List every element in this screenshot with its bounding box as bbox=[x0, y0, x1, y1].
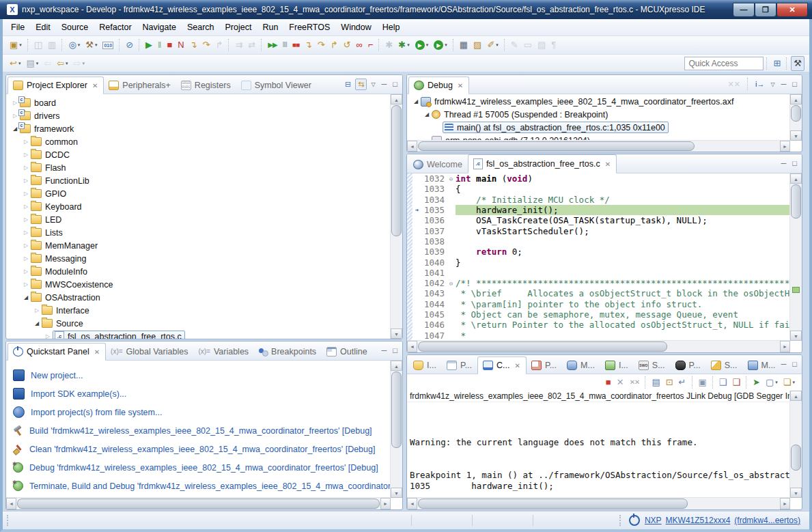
tab-i-[interactable]: I... bbox=[408, 357, 442, 374]
quickstart-link[interactable]: Debug 'frdmkw41z_wireless_examples_ieee_… bbox=[29, 463, 378, 473]
expand-arrow-icon[interactable]: ▷ bbox=[21, 191, 31, 197]
debug-tree-item[interactable]: main() at fsl_os_abstraction_free_rtos.c… bbox=[407, 121, 790, 134]
expand-arrow-icon[interactable]: ▷ bbox=[43, 333, 53, 339]
terminate-button[interactable]: ■ bbox=[165, 38, 174, 52]
device-link[interactable]: MKW41Z512xxx4 bbox=[666, 516, 731, 525]
view-menu-icon[interactable]: ▽ bbox=[369, 81, 377, 88]
close-tab-icon[interactable]: ✕ bbox=[94, 348, 100, 356]
scroll-lock-button[interactable]: ⊡ bbox=[664, 376, 675, 389]
quickstart-item[interactable]: Import project(s) from file system... bbox=[13, 403, 391, 421]
tree-item[interactable]: ▷Lists bbox=[6, 226, 391, 239]
terminate-all-button[interactable]: ■■ bbox=[290, 38, 301, 52]
quickstart-link[interactable]: New project... bbox=[31, 371, 83, 380]
menu-project[interactable]: Project bbox=[220, 20, 257, 34]
step-over-button[interactable]: ↷ bbox=[201, 38, 212, 52]
suspend-all-button[interactable]: ‖‖ bbox=[281, 38, 289, 52]
resume-all-button[interactable]: ▶▶ bbox=[266, 38, 279, 52]
develop-perspective-button[interactable]: ⚒ bbox=[791, 56, 804, 71]
close-tab-icon[interactable]: ✕ bbox=[515, 362, 520, 369]
maximize-icon[interactable]: □ bbox=[391, 346, 400, 355]
console-hscrollbar[interactable]: ◄► bbox=[407, 497, 790, 509]
expand-arrow-icon[interactable]: ▷ bbox=[21, 268, 31, 275]
pin-console-button[interactable]: ➤ bbox=[751, 376, 762, 389]
tab-p-[interactable]: P... bbox=[442, 357, 477, 374]
expand-arrow-icon[interactable]: ▷ bbox=[21, 178, 31, 184]
menu-navigate[interactable]: Navigate bbox=[137, 20, 182, 34]
run-history-button[interactable]: ▶▾ bbox=[432, 38, 449, 52]
close-tab-icon[interactable]: ✕ bbox=[605, 160, 611, 168]
minimize-button[interactable]: — bbox=[733, 3, 755, 17]
back-button[interactable]: ⇦▾ bbox=[55, 57, 70, 70]
maximize-icon[interactable]: □ bbox=[391, 79, 400, 89]
show-on-stdout-button[interactable]: ❑ bbox=[717, 376, 729, 389]
tree-item[interactable]: ▷Keyboard bbox=[6, 200, 391, 213]
tree-item[interactable]: ▷DCDC bbox=[6, 148, 391, 161]
tab-outline[interactable]: Outline bbox=[322, 344, 373, 360]
editor-vscrollbar[interactable]: ▲▼ bbox=[789, 173, 802, 341]
tab-registers[interactable]: 10100101Registers bbox=[176, 77, 236, 94]
terminate-console-button[interactable]: ■ bbox=[604, 376, 613, 389]
expand-arrow-icon[interactable]: ▷ bbox=[21, 229, 31, 236]
close-button[interactable]: ✕ bbox=[776, 3, 808, 17]
link-with-editor-icon[interactable]: ⇆ bbox=[355, 79, 367, 90]
minimize-icon[interactable]: ─ bbox=[380, 79, 389, 89]
maximize-icon[interactable]: □ bbox=[790, 158, 799, 168]
menu-help[interactable]: Help bbox=[377, 20, 406, 34]
tab-symbol-viewer[interactable]: Symbol Viewer bbox=[236, 77, 317, 94]
expand-arrow-icon[interactable]: ▷ bbox=[21, 242, 31, 249]
open-console-button[interactable]: ❏▾ bbox=[781, 376, 797, 389]
jlink-button[interactable]: ∞ bbox=[354, 38, 365, 52]
project-link[interactable]: (frdmkw4...eertos) bbox=[734, 516, 800, 525]
menu-refactor[interactable]: Refactor bbox=[94, 20, 137, 34]
tab-global-variables[interactable]: (x)=Global Variables bbox=[106, 344, 193, 360]
go-to-last-edit-button[interactable]: ▤▾ bbox=[24, 57, 40, 70]
menu-edit[interactable]: Edit bbox=[30, 20, 56, 34]
minimize-icon[interactable]: ─ bbox=[779, 359, 789, 369]
tree-item[interactable]: ▷LED bbox=[6, 213, 391, 226]
collapse-all-icon[interactable]: ⊟ bbox=[343, 79, 353, 89]
menu-run[interactable]: Run bbox=[257, 20, 283, 34]
quickstart-link[interactable]: Terminate, Build and Debug 'frdmkw41z_wi… bbox=[29, 481, 391, 491]
tree-item[interactable]: ▷Flash bbox=[6, 161, 391, 174]
import-sdk-folder-button[interactable]: ▨ bbox=[471, 38, 484, 52]
tree-item[interactable]: ▷board bbox=[6, 96, 391, 109]
tab-peripherals-[interactable]: Peripherals+ bbox=[104, 77, 176, 94]
tab-s-[interactable]: SWOS... bbox=[634, 357, 671, 374]
reset-button[interactable]: ↺ bbox=[341, 38, 353, 52]
editor-hscrollbar[interactable]: ◄► bbox=[407, 340, 790, 352]
skip-all-breakpoints-button[interactable]: ⊘ bbox=[124, 38, 135, 52]
tab-p-[interactable]: P... bbox=[527, 357, 562, 374]
run-button[interactable]: ▶▾ bbox=[413, 38, 431, 52]
collapse-arrow-icon[interactable]: ◢ bbox=[422, 111, 432, 117]
flash-programmer-button[interactable]: ◎▾ bbox=[66, 38, 82, 52]
quickstart-link[interactable]: Clean 'frdmkw41z_wireless_examples_ieee_… bbox=[29, 445, 375, 454]
expand-arrow-icon[interactable]: ▷ bbox=[21, 139, 31, 145]
last-edit-location-button[interactable]: ↩▾ bbox=[8, 57, 23, 70]
tree-item[interactable]: ▷Messaging bbox=[6, 252, 391, 265]
display-selected-console-button[interactable]: ▢▾ bbox=[764, 376, 780, 389]
minimize-icon[interactable]: ─ bbox=[779, 158, 789, 168]
quickstart-item[interactable]: New project... bbox=[13, 366, 391, 384]
tree-item[interactable]: ▷MemManager bbox=[6, 239, 391, 252]
minimize-icon[interactable]: ─ bbox=[380, 346, 389, 355]
project-explorer-vscrollbar[interactable]: ▲▼ bbox=[390, 94, 402, 339]
new-wizard-button[interactable]: ▣▾ bbox=[8, 38, 24, 52]
remove-all-terminated-icon[interactable]: ✕✕ bbox=[726, 79, 742, 89]
quickstart-item[interactable]: Terminate, Build and Debug 'frdmkw41z_wi… bbox=[13, 477, 391, 495]
tab-project-explorer[interactable]: Project Explorer✕ bbox=[8, 76, 104, 94]
collapse-arrow-icon[interactable]: ◢ bbox=[21, 294, 31, 300]
quickstart-item[interactable]: Build 'frdmkw41z_wireless_examples_ieee_… bbox=[13, 421, 391, 440]
view-menu-icon[interactable]: ▽ bbox=[768, 81, 776, 88]
tab-fsl-os-abstraction-free-rtos-c[interactable]: .cfsl_os_abstraction_free_rtos.c✕ bbox=[468, 154, 617, 173]
tree-item[interactable]: ▷MWSCoexistence bbox=[6, 278, 391, 291]
tree-item[interactable]: ◢Source bbox=[6, 317, 391, 330]
expand-arrow-icon[interactable]: ▷ bbox=[32, 307, 42, 313]
quickstart-item[interactable]: Debug 'frdmkw41z_wireless_examples_ieee_… bbox=[13, 458, 391, 477]
expand-arrow-icon[interactable]: ▷ bbox=[21, 255, 31, 262]
step-into-all-button[interactable]: ↴ bbox=[303, 38, 314, 52]
show-console-output-button[interactable]: ▣ bbox=[697, 376, 709, 389]
quick-access-input[interactable] bbox=[684, 57, 764, 70]
step-return-all-button[interactable]: ↱ bbox=[328, 38, 340, 52]
debug-vscrollbar[interactable]: ▲▼ bbox=[789, 94, 802, 141]
restart-button[interactable]: N bbox=[176, 38, 186, 52]
